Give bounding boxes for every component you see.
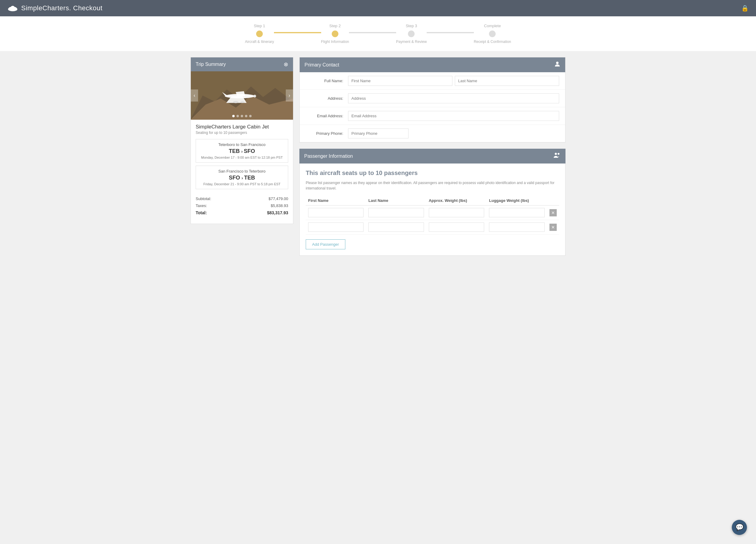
lock-icon: 🔒	[741, 5, 749, 12]
passenger-1-lastname-cell	[366, 206, 426, 220]
total-label: Total:	[196, 210, 207, 215]
phone-inputs	[348, 129, 559, 139]
carousel-left-arrow[interactable]: ‹	[191, 90, 198, 102]
route-1-date: Monday, December 17 - 9:00 am EST to 12:…	[200, 156, 284, 159]
step-1-label: Step 1	[254, 24, 265, 28]
step-1: Step 1 Aircraft & Itinerary	[245, 24, 274, 44]
address-label: Address:	[306, 96, 348, 101]
carousel-dots	[232, 115, 252, 117]
app-title: SimpleCharters. Checkout	[21, 4, 103, 12]
carousel-dot-5[interactable]	[249, 115, 252, 117]
carousel-dot-1[interactable]	[232, 115, 235, 117]
step-1-sublabel: Aircraft & Itinerary	[245, 40, 274, 44]
route-2-codes: SFO › TEB	[200, 175, 284, 181]
step-complete-dot	[489, 31, 496, 37]
first-name-input[interactable]	[348, 76, 452, 86]
fullname-label: Full Name:	[306, 79, 348, 83]
email-inputs	[348, 111, 559, 121]
passenger-2-luggage-input[interactable]	[489, 223, 545, 232]
subtotal-value: $77,479.00	[269, 197, 288, 201]
progress-bar: Step 1 Aircraft & Itinerary Step 2 Fligh…	[245, 24, 511, 44]
primary-contact-title: Primary Contact	[305, 62, 339, 68]
connector-1-2	[274, 32, 321, 33]
svg-point-3	[11, 6, 15, 9]
passenger-2-lastname-input[interactable]	[368, 223, 424, 232]
passenger-1-firstname-input[interactable]	[308, 208, 363, 217]
email-label: Email Address:	[306, 114, 348, 118]
logo: SimpleCharters. Checkout	[7, 4, 103, 12]
step-1-dot	[256, 31, 263, 37]
add-passenger-button[interactable]: Add Passenger	[306, 240, 345, 249]
taxes-value: $5,838.93	[271, 204, 288, 208]
carousel-dot-3[interactable]	[241, 115, 243, 117]
last-name-input[interactable]	[455, 76, 559, 86]
step-3: Step 3 Payment & Review	[396, 24, 427, 44]
phone-row: Primary Phone:	[300, 125, 565, 142]
route-card-2: San Francisco to Teterboro SFO › TEB Fri…	[196, 166, 288, 189]
passenger-2-firstname-input[interactable]	[308, 223, 363, 232]
taxes-label: Taxes:	[196, 204, 207, 208]
passenger-2-firstname-cell	[306, 220, 366, 235]
col-luggage: Luggage Weight (lbs)	[487, 196, 547, 206]
trip-summary-title: Trip Summary	[196, 62, 226, 67]
step-2-dot	[332, 31, 338, 37]
address-inputs	[348, 93, 559, 103]
svg-marker-9	[236, 91, 246, 96]
page-title: Checkout	[73, 4, 103, 12]
step-3-sublabel: Payment & Review	[396, 40, 427, 44]
passenger-content: This aircraft seats up to 10 passengers …	[299, 164, 565, 256]
passenger-1-luggage-cell	[487, 206, 547, 220]
step-complete: Complete Receipt & Confirmation	[474, 24, 511, 44]
primary-contact-panel: Primary Contact Full Name: Address:	[299, 57, 565, 143]
passenger-2-remove-button[interactable]: ✕	[549, 224, 557, 231]
passenger-1-luggage-input[interactable]	[489, 208, 545, 217]
total-value: $83,317.93	[267, 210, 288, 215]
aircraft-seats: Seating for up to 10 passengers	[196, 131, 288, 135]
passenger-1-remove-button[interactable]: ✕	[549, 209, 557, 217]
step-complete-label: Complete	[484, 24, 501, 28]
passenger-1-lastname-input[interactable]	[368, 208, 424, 217]
passenger-1-remove-cell: ✕	[547, 206, 559, 220]
cloud-icon	[7, 5, 18, 12]
passenger-info-header: Passenger Information	[299, 149, 565, 164]
taxes-row: Taxes: $5,838.93	[196, 202, 288, 209]
connector-3-4	[427, 32, 474, 33]
svg-point-15	[555, 153, 557, 155]
passenger-2-weight-cell	[426, 220, 487, 235]
passengers-icon	[553, 152, 561, 160]
svg-point-16	[558, 153, 559, 155]
email-row: Email Address:	[300, 107, 565, 125]
route-2-date: Friday, December 21 - 9:00 am PST to 5:1…	[200, 182, 284, 186]
address-input[interactable]	[348, 93, 559, 103]
phone-input[interactable]	[348, 129, 409, 139]
route-2-cities: San Francisco to Teterboro	[200, 169, 284, 174]
total-row: Total: $83,317.93	[196, 209, 288, 217]
passenger-1-firstname-cell	[306, 206, 366, 220]
route-1-arrow: ›	[241, 149, 244, 154]
carousel-right-arrow[interactable]: ›	[286, 90, 293, 102]
route-2-to: TEB	[244, 175, 255, 181]
passenger-2-weight-input[interactable]	[429, 223, 484, 232]
trip-info: SimpleCharters Large Cabin Jet Seating f…	[191, 120, 293, 224]
header: SimpleCharters. Checkout 🔒	[0, 0, 756, 16]
svg-point-12	[240, 101, 245, 103]
passenger-1-weight-input[interactable]	[429, 208, 484, 217]
phone-label: Primary Phone:	[306, 131, 348, 136]
table-row: ✕	[306, 206, 559, 220]
route-1-codes: TEB › SFO	[200, 148, 284, 155]
minimize-icon[interactable]: ⊗	[284, 61, 288, 68]
step-2: Step 2 Flight Information	[321, 24, 349, 44]
svg-point-14	[556, 62, 559, 64]
step-2-label: Step 2	[329, 24, 341, 28]
aircraft-name: SimpleCharters Large Cabin Jet	[196, 124, 288, 130]
trip-summary-card: Trip Summary ⊗	[191, 57, 293, 224]
route-2-arrow: ›	[242, 176, 244, 181]
email-input[interactable]	[348, 111, 559, 121]
aircraft-image	[191, 71, 293, 120]
price-section: Subtotal: $77,479.00 Taxes: $5,838.93 To…	[196, 192, 288, 220]
table-row: ✕	[306, 220, 559, 235]
passenger-2-remove-cell: ✕	[547, 220, 559, 235]
carousel-dot-4[interactable]	[245, 115, 247, 117]
subtotal-row: Subtotal: $77,479.00	[196, 195, 288, 202]
carousel-dot-2[interactable]	[236, 115, 239, 117]
